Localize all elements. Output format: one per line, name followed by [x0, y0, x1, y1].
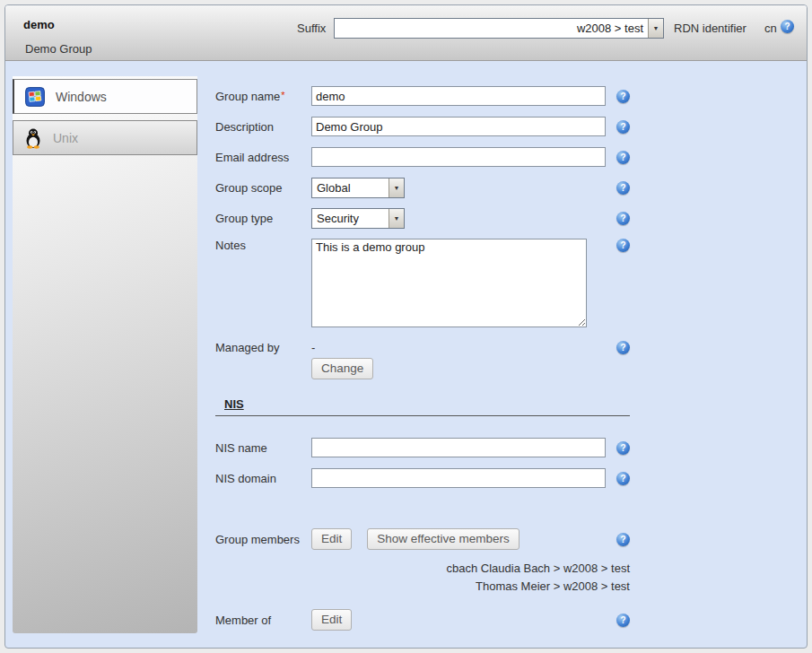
group-members-edit-button[interactable]: Edit	[311, 528, 352, 550]
chevron-down-icon: ▼	[389, 178, 404, 197]
help-icon[interactable]: ?	[616, 90, 630, 103]
nis-heading-text: NIS	[224, 397, 244, 411]
rdn-identifier-value: cn	[764, 22, 777, 35]
description-label: Description	[215, 120, 311, 134]
managed-by-actions: Change	[311, 358, 630, 379]
help-icon[interactable]: ?	[616, 151, 630, 164]
email-label: Email address	[215, 151, 311, 164]
managed-by-label: Managed by	[215, 341, 311, 354]
group-scope-select[interactable]: Global ▼	[311, 178, 405, 198]
member-of-edit-button[interactable]: Edit	[311, 609, 352, 631]
managed-by-value: -	[311, 341, 315, 354]
tab-unix-label: Unix	[53, 131, 78, 145]
change-button[interactable]: Change	[311, 358, 373, 379]
group-scope-label: Group scope	[215, 181, 311, 195]
group-edit-window: demo Demo Group Suffix w2008 > test ▼ RD…	[4, 4, 808, 649]
group-scope-row: Group scope Global ▼ ?	[215, 178, 630, 197]
member-item: Thomas Meier > w2008 > test	[215, 578, 630, 596]
email-input[interactable]	[311, 147, 606, 167]
page-title: demo	[23, 18, 55, 31]
nis-name-input[interactable]	[311, 438, 606, 457]
help-icon[interactable]: ?	[616, 533, 630, 546]
member-item: cbach Claudia Bach > w2008 > test	[215, 560, 630, 578]
notes-label: Notes	[215, 239, 311, 252]
member-of-label: Member of	[215, 614, 311, 627]
email-row: Email address ?	[215, 147, 630, 167]
chevron-down-icon: ▼	[389, 209, 404, 228]
suffix-select-value: w2008 > test	[335, 19, 648, 38]
tab-windows-label: Windows	[56, 90, 107, 104]
rdn-identifier-label: RDN identifier	[674, 22, 747, 35]
help-icon[interactable]: ?	[616, 441, 630, 455]
help-icon[interactable]: ?	[616, 120, 630, 134]
group-members-label: Group members	[215, 533, 311, 546]
notes-row: Notes This is a demo group ?	[215, 239, 630, 327]
managed-by-row: Managed by - ?	[215, 338, 630, 356]
suffix-label: Suffix	[297, 22, 326, 35]
windows-logo-icon	[25, 87, 45, 107]
member-of-row: Member of Edit ?	[215, 610, 630, 630]
group-members-row: Group members Edit Show effective member…	[215, 529, 630, 549]
group-name-row: Group name* ?	[215, 86, 630, 106]
tab-unix[interactable]: Unix	[13, 120, 197, 155]
help-icon[interactable]: ?	[616, 341, 630, 354]
tab-windows[interactable]: Windows	[13, 79, 197, 114]
notes-textarea[interactable]: This is a demo group	[311, 239, 587, 327]
group-form: Group name* ? Description ? Email addres…	[215, 76, 630, 640]
header: demo Demo Group Suffix w2008 > test ▼ RD…	[5, 5, 807, 61]
group-scope-value: Global	[312, 178, 389, 197]
description-input[interactable]	[311, 117, 606, 136]
help-icon[interactable]: ?	[616, 614, 630, 627]
group-type-value: Security	[312, 209, 389, 228]
page-subtitle: Demo Group	[25, 42, 92, 56]
help-icon[interactable]: ?	[616, 212, 630, 225]
required-marker: *	[281, 90, 284, 100]
help-icon[interactable]: ?	[781, 20, 794, 33]
nis-domain-label: NIS domain	[215, 472, 311, 485]
module-sidebar: Windows	[13, 76, 197, 633]
group-name-input[interactable]	[311, 86, 606, 106]
group-members-list: cbach Claudia Bach > w2008 > test Thomas…	[215, 560, 630, 596]
help-icon[interactable]: ?	[616, 472, 630, 485]
tux-penguin-icon	[24, 127, 42, 149]
nis-name-row: NIS name ?	[215, 438, 630, 457]
show-effective-members-button[interactable]: Show effective members	[367, 528, 520, 550]
group-type-row: Group type Security ▼ ?	[215, 208, 630, 228]
chevron-down-icon: ▼	[648, 19, 663, 38]
nis-section-heading: NIS	[215, 397, 630, 416]
nis-domain-row: NIS domain ?	[215, 468, 630, 488]
group-type-label: Group type	[215, 212, 311, 225]
help-icon[interactable]: ?	[616, 181, 630, 195]
description-row: Description ?	[215, 117, 630, 136]
help-icon[interactable]: ?	[616, 239, 630, 252]
nis-domain-input[interactable]	[311, 468, 606, 488]
page: demo Demo Group Suffix w2008 > test ▼ RD…	[0, 0, 812, 653]
group-type-select[interactable]: Security ▼	[311, 208, 405, 229]
group-name-label: Group name*	[215, 90, 311, 103]
nis-name-label: NIS name	[215, 441, 311, 455]
suffix-select[interactable]: w2008 > test ▼	[334, 18, 664, 39]
